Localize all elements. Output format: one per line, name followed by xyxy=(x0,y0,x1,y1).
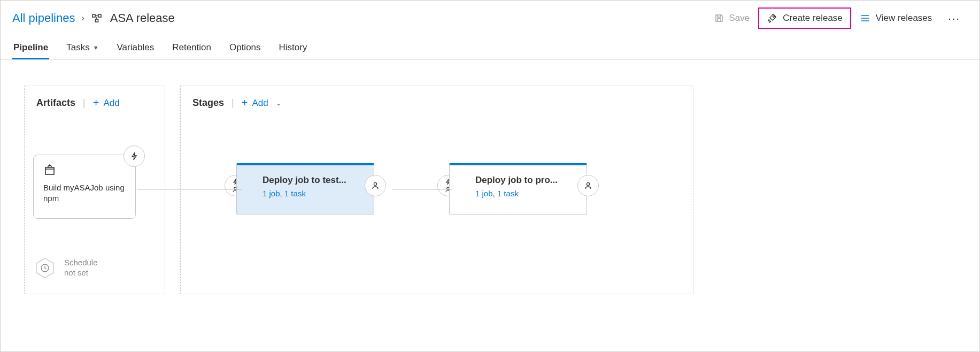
svg-point-8 xyxy=(374,182,376,185)
view-releases-label: View releases xyxy=(876,13,932,24)
tab-retention[interactable]: Retention xyxy=(171,37,212,59)
divider: | xyxy=(83,97,86,109)
chevron-down-icon: ▼ xyxy=(93,44,99,51)
breadcrumb-root-link[interactable]: All pipelines xyxy=(12,11,75,25)
plus-icon: + xyxy=(242,97,248,109)
schedule-status[interactable]: Schedulenot set xyxy=(33,256,98,280)
artifact-name: Build myASAJob using npm xyxy=(43,182,126,204)
post-deploy-conditions-button[interactable] xyxy=(365,175,386,196)
tab-options[interactable]: Options xyxy=(228,37,262,59)
more-actions-button[interactable]: ··· xyxy=(940,12,968,25)
save-label: Save xyxy=(729,13,750,24)
tabs: Pipeline Tasks▼ Variables Retention Opti… xyxy=(1,37,979,60)
chevron-down-icon: ⌄ xyxy=(276,100,281,107)
stages-title: Stages xyxy=(192,97,224,109)
tab-tasks[interactable]: Tasks▼ xyxy=(65,37,99,59)
save-icon xyxy=(714,13,724,23)
pipeline-icon xyxy=(91,12,103,24)
rocket-icon xyxy=(767,13,777,24)
divider: | xyxy=(232,97,234,109)
person-icon xyxy=(584,181,592,190)
svg-rect-1 xyxy=(98,14,101,17)
add-stage-button[interactable]: + Add ⌄ xyxy=(242,97,281,109)
lightning-icon xyxy=(129,151,139,161)
svg-point-10 xyxy=(587,182,589,185)
header-actions: Save Create release View releases ··· xyxy=(708,7,968,29)
connector-line xyxy=(392,189,452,189)
artifacts-title: Artifacts xyxy=(36,97,75,109)
stage-tasks-link[interactable]: 1 job, 1 task xyxy=(475,189,580,198)
stage-title: Deploy job to test... xyxy=(263,175,367,186)
list-icon xyxy=(860,13,870,24)
svg-rect-2 xyxy=(95,19,98,22)
artifact-trigger-button[interactable] xyxy=(124,146,145,167)
stage-title: Deploy job to pro... xyxy=(475,175,580,186)
create-release-label: Create release xyxy=(783,13,843,24)
connector-line xyxy=(137,189,242,189)
svg-rect-0 xyxy=(92,14,95,17)
view-releases-button[interactable]: View releases xyxy=(853,7,939,29)
post-deploy-conditions-button[interactable] xyxy=(577,175,599,196)
artifacts-panel: Artifacts | + Add Build myASAJob using n… xyxy=(24,86,165,294)
stages-panel: Stages | + Add ⌄ Deploy job to test... 1… xyxy=(180,86,693,294)
package-icon xyxy=(43,164,126,178)
stage-card-1[interactable]: Deploy job to test... 1 job, 1 task xyxy=(236,163,374,215)
breadcrumb: All pipelines › ASA release xyxy=(12,11,175,25)
plus-icon: + xyxy=(93,97,99,109)
pipeline-canvas: Artifacts | + Add Build myASAJob using n… xyxy=(1,60,979,320)
tab-pipeline[interactable]: Pipeline xyxy=(12,37,49,59)
create-release-button[interactable]: Create release xyxy=(758,7,851,29)
schedule-label: Schedulenot set xyxy=(64,258,98,278)
pipeline-title: ASA release xyxy=(110,11,175,25)
stage-tasks-link[interactable]: 1 job, 1 task xyxy=(263,189,367,198)
clock-icon xyxy=(33,256,57,280)
chevron-right-icon: › xyxy=(81,13,84,23)
stage-card-2[interactable]: Deploy job to pro... 1 job, 1 task xyxy=(449,163,587,215)
svg-rect-4 xyxy=(45,169,54,174)
tab-variables[interactable]: Variables xyxy=(116,37,156,59)
svg-point-3 xyxy=(773,16,775,18)
add-artifact-button[interactable]: + Add xyxy=(93,97,120,109)
save-button: Save xyxy=(708,7,757,29)
artifact-card[interactable]: Build myASAJob using npm xyxy=(33,155,136,219)
person-icon xyxy=(371,181,380,190)
tab-history[interactable]: History xyxy=(278,37,308,59)
